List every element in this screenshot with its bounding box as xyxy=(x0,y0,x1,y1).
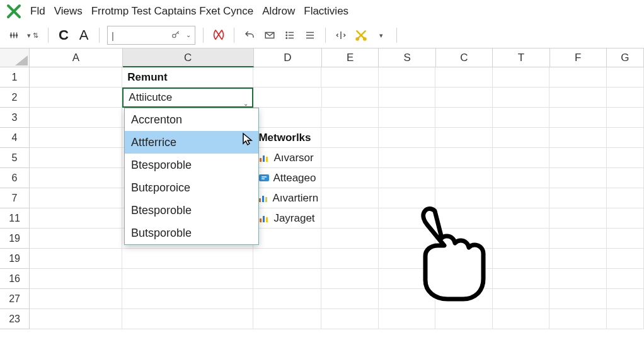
cell[interactable] xyxy=(379,168,435,188)
dropdown-item[interactable]: Btesporoble xyxy=(125,154,258,176)
cell[interactable] xyxy=(549,188,606,208)
col-header-T[interactable]: T xyxy=(493,48,549,67)
cell[interactable] xyxy=(379,108,435,128)
cell[interactable] xyxy=(549,168,606,188)
letter-a-button[interactable]: A xyxy=(76,26,91,44)
row-header[interactable]: 19 xyxy=(0,229,30,249)
cell[interactable] xyxy=(435,148,492,168)
cell[interactable] xyxy=(30,208,122,229)
cell[interactable] xyxy=(321,108,378,128)
toolbar-chevron-icon[interactable]: ▾ xyxy=(374,26,389,44)
dropdown-item[interactable]: Accrenton xyxy=(125,108,258,131)
cell[interactable] xyxy=(30,309,122,329)
cell[interactable] xyxy=(549,88,606,108)
menu-fld[interactable]: Fld xyxy=(30,5,45,18)
row-header[interactable]: 16 xyxy=(0,269,30,289)
cell[interactable] xyxy=(549,108,606,128)
cell[interactable] xyxy=(30,188,122,208)
list-icon[interactable] xyxy=(282,26,297,44)
menu-aldrow[interactable]: Aldrow xyxy=(262,5,295,18)
cell[interactable] xyxy=(607,289,644,309)
cell[interactable] xyxy=(435,88,492,108)
col-header-A[interactable]: A xyxy=(30,48,122,67)
col-header-G[interactable]: G xyxy=(607,48,644,67)
cell[interactable] xyxy=(253,67,321,88)
settings-icon[interactable] xyxy=(6,26,21,44)
cell[interactable] xyxy=(321,168,378,188)
cell[interactable] xyxy=(435,168,492,188)
cell[interactable] xyxy=(30,289,122,309)
cell[interactable] xyxy=(493,67,549,88)
cell[interactable] xyxy=(321,67,378,88)
cell[interactable] xyxy=(435,128,492,148)
cell[interactable] xyxy=(607,108,644,128)
row-header[interactable]: 1 xyxy=(0,67,30,88)
cell[interactable] xyxy=(30,148,122,168)
cell[interactable] xyxy=(30,249,122,269)
undo-icon[interactable] xyxy=(242,26,257,44)
cell-d5[interactable]: Aıvarsor xyxy=(253,148,321,168)
cell[interactable] xyxy=(607,208,644,229)
cell[interactable] xyxy=(253,269,321,289)
cut-icon[interactable] xyxy=(354,26,369,44)
split-icon[interactable] xyxy=(333,26,348,44)
cell[interactable] xyxy=(607,128,644,148)
cell[interactable] xyxy=(607,249,644,269)
name-box-chevron-icon[interactable]: ⌄ xyxy=(186,31,191,38)
cell[interactable] xyxy=(253,229,321,249)
row-header[interactable]: 27 xyxy=(0,289,30,309)
col-header-D[interactable]: D xyxy=(254,48,322,67)
row-header[interactable]: 6 xyxy=(0,168,30,188)
row-header[interactable]: 23 xyxy=(0,309,30,329)
cell[interactable] xyxy=(321,128,378,148)
cell[interactable] xyxy=(122,309,253,329)
cell[interactable] xyxy=(493,309,549,329)
cell[interactable] xyxy=(30,108,122,128)
letter-c-button[interactable]: C xyxy=(56,26,71,44)
menu-views[interactable]: Views xyxy=(54,5,83,18)
row-header[interactable]: 4 xyxy=(0,128,30,148)
dropdown-item[interactable]: Attferrice xyxy=(125,131,258,154)
cell[interactable] xyxy=(321,188,378,208)
cell[interactable] xyxy=(435,67,492,88)
cell[interactable] xyxy=(321,249,378,269)
cell[interactable] xyxy=(321,289,378,309)
cell[interactable] xyxy=(493,289,549,309)
select-all-corner[interactable] xyxy=(0,48,30,67)
row-header[interactable]: 3 xyxy=(0,108,30,128)
ribbon-icon[interactable] xyxy=(211,26,226,44)
name-box-input[interactable]: | ⌄ xyxy=(107,26,195,45)
row-header[interactable]: 11 xyxy=(0,208,30,229)
cell[interactable] xyxy=(549,67,606,88)
menu-frrotmp[interactable]: Frrotmp Test Captains Fxet Cynce xyxy=(91,5,254,18)
cell[interactable] xyxy=(549,269,606,289)
cell[interactable] xyxy=(379,67,435,88)
cell[interactable] xyxy=(321,229,378,249)
row-header[interactable]: 2 xyxy=(0,88,30,108)
cell[interactable] xyxy=(253,309,321,329)
cell[interactable] xyxy=(493,249,549,269)
mail-icon[interactable] xyxy=(262,26,277,44)
cell[interactable] xyxy=(321,269,378,289)
cell[interactable] xyxy=(253,88,321,108)
cell[interactable] xyxy=(322,88,379,108)
cell[interactable] xyxy=(607,168,644,188)
cell-d11[interactable]: Jayraget xyxy=(253,208,321,229)
col-header-S[interactable]: S xyxy=(379,48,435,67)
cell[interactable] xyxy=(607,309,644,329)
align-icon[interactable] xyxy=(302,26,318,44)
cell[interactable] xyxy=(607,67,644,88)
cell[interactable] xyxy=(549,208,606,229)
cell[interactable] xyxy=(493,108,549,128)
cell[interactable] xyxy=(493,229,549,249)
dropdown-arrow-icon[interactable]: ▾ ⇅ xyxy=(25,26,40,44)
cell[interactable] xyxy=(379,88,435,108)
col-header-F[interactable]: F xyxy=(550,48,607,67)
validation-cell[interactable]: Attiicutce ⌄ xyxy=(122,88,253,108)
cell[interactable] xyxy=(321,309,378,329)
cell[interactable] xyxy=(321,208,378,229)
cell[interactable] xyxy=(549,289,606,309)
cell[interactable] xyxy=(435,108,492,128)
cell[interactable] xyxy=(493,168,549,188)
cell[interactable] xyxy=(549,229,606,249)
